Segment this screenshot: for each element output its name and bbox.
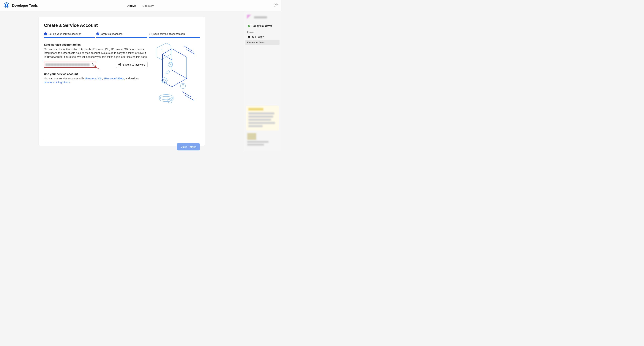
notifications-button[interactable]: 0 — [272, 3, 277, 8]
stepper: Set up your service account Grant vault … — [44, 33, 200, 38]
text-fragment: , — [102, 77, 104, 80]
sidebar-item-blinkops[interactable]: BLINKOPS — [246, 34, 280, 40]
svg-text:>_: >_ — [161, 48, 164, 51]
thumb-redacted — [247, 133, 256, 140]
step-label: Grant vault access — [101, 33, 122, 36]
svg-rect-4 — [92, 64, 94, 66]
line-redacted — [247, 144, 264, 146]
account-name-redacted — [254, 16, 267, 19]
tree-icon: 🎄 — [247, 25, 250, 28]
notice-line-redacted — [248, 119, 271, 121]
link-developer-integrations[interactable]: developer integrations — [44, 81, 70, 84]
text-fragment: You can use service accounts with — [44, 77, 84, 80]
annotation-arrow-icon — [94, 65, 99, 70]
token-value-redacted — [46, 63, 90, 66]
link-1password-cli[interactable]: 1Password CLI — [84, 77, 102, 80]
step-grant-access[interactable]: Grant vault access — [96, 33, 147, 38]
svg-point-12 — [163, 79, 166, 82]
link-1password-sdks[interactable]: 1Password SDKs — [104, 77, 124, 80]
app-icon — [247, 36, 251, 39]
sidebar-item-developer-tools[interactable]: Developer Tools — [246, 40, 280, 45]
svg-point-20 — [249, 37, 250, 38]
notice-title-redacted — [248, 108, 263, 111]
greeting: 🎄 Happy Holidays! — [246, 23, 280, 30]
card-heading: Create a Service Account — [44, 23, 200, 28]
text-fragment: , and various — [124, 77, 139, 80]
sidebar-bottom-card[interactable] — [246, 131, 280, 148]
view-details-button[interactable]: View Details — [177, 143, 200, 150]
right-sidebar: 🎄 Happy Holidays! Home BLINKOPS Develope… — [244, 11, 281, 151]
token-field — [44, 62, 96, 68]
svg-rect-3 — [6, 4, 7, 5]
onepassword-logo-icon — [4, 3, 9, 9]
nav-active[interactable]: Active — [127, 4, 136, 7]
save-token-description: You can use the authorization token with… — [44, 47, 148, 59]
illustration: >_ — [153, 43, 200, 106]
notification-count-badge: 0 — [276, 4, 278, 6]
svg-point-10 — [170, 63, 171, 65]
top-bar: Developer Tools Active Directory 0 — [0, 0, 281, 11]
svg-point-14 — [182, 84, 184, 86]
page-title: Developer Tools — [12, 4, 38, 8]
account-switcher[interactable] — [246, 14, 280, 23]
notice-line-redacted — [248, 112, 274, 115]
svg-rect-7 — [120, 64, 120, 65]
brand: Developer Tools — [4, 3, 38, 9]
text-fragment: . — [70, 81, 70, 84]
step-label: Save service account token — [153, 33, 185, 36]
greeting-text: Happy Holidays! — [252, 25, 272, 28]
step-setup[interactable]: Set up your service account — [44, 33, 95, 38]
use-account-title: Use your service account — [44, 72, 148, 76]
top-nav: Active Directory — [127, 4, 154, 7]
save-button-label: Save in 1Password — [123, 63, 145, 66]
check-circle-icon — [96, 33, 99, 36]
main-content: Create a Service Account Set up your ser… — [0, 11, 244, 151]
sidebar-notice-card[interactable] — [246, 106, 279, 131]
svg-point-19 — [248, 37, 249, 38]
line-redacted — [247, 141, 268, 143]
sidebar-item-label: Developer Tools — [247, 41, 264, 44]
nav-directory[interactable]: Directory — [142, 4, 154, 7]
notice-line-redacted — [248, 116, 273, 118]
save-token-title: Save service account token — [44, 43, 148, 46]
copy-token-button[interactable] — [91, 63, 95, 67]
step-label: Set up your service account — [48, 33, 81, 36]
circle-empty-icon — [149, 33, 152, 35]
sidebar-home-label[interactable]: Home — [246, 30, 280, 34]
notice-line-redacted — [248, 125, 262, 127]
save-in-1password-button[interactable]: Save in 1Password — [116, 62, 148, 68]
svg-point-18 — [248, 36, 250, 39]
sidebar-item-label: BLINKOPS — [252, 36, 264, 39]
notice-line-redacted — [248, 122, 275, 124]
avatar — [247, 15, 252, 20]
use-account-text: You can use service accounts with 1Passw… — [44, 77, 148, 84]
check-circle-icon — [44, 33, 47, 36]
create-service-account-card: Create a Service Account Set up your ser… — [38, 17, 205, 146]
step-save-token[interactable]: Save service account token — [149, 33, 200, 38]
onepassword-mini-icon — [118, 63, 121, 67]
